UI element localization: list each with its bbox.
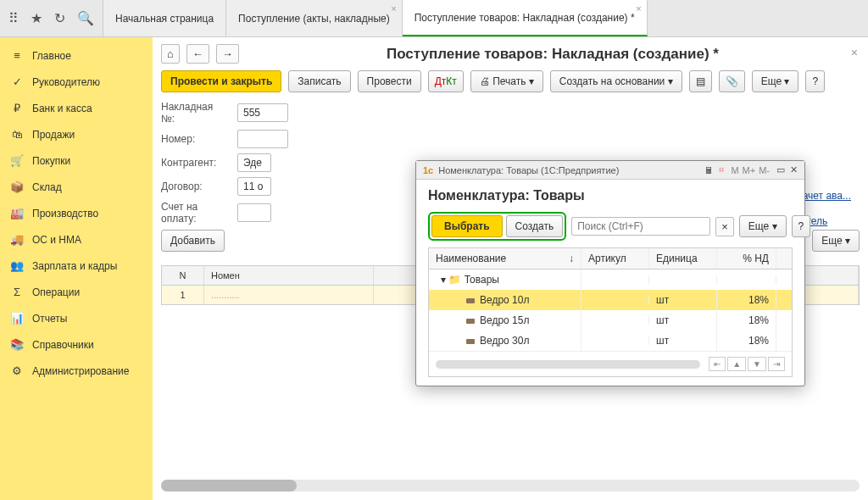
mem-button[interactable]: M bbox=[731, 165, 738, 175]
sidebar-item[interactable]: 🏭Производство bbox=[0, 200, 153, 226]
mem-button[interactable]: M- bbox=[759, 165, 770, 175]
folder-row[interactable]: ▾ 📁 Товары bbox=[429, 269, 792, 290]
sidebar-item[interactable]: ΣОперации bbox=[0, 279, 153, 305]
sidebar-icon: 🛒 bbox=[10, 154, 24, 167]
home-button[interactable]: ⌂ bbox=[161, 44, 180, 64]
star-icon[interactable]: ★ bbox=[31, 10, 42, 26]
number-input[interactable] bbox=[237, 130, 288, 148]
dialog-heading: Номенклатура: Товары bbox=[428, 188, 793, 203]
sidebar-item[interactable]: ≡Главное bbox=[0, 42, 153, 69]
sidebar-item[interactable]: 📊Отчеты bbox=[0, 305, 153, 331]
tab-close-icon[interactable]: × bbox=[636, 3, 641, 14]
list-item[interactable]: Ведро 30лшт18% bbox=[429, 331, 792, 351]
attach-button[interactable]: 📎 bbox=[719, 70, 745, 92]
sidebar-item[interactable]: 🛍Продажи bbox=[0, 121, 153, 147]
sidebar-icon: ≡ bbox=[10, 49, 24, 62]
sidebar-icon: ₽ bbox=[10, 102, 24, 114]
sidebar-item[interactable]: ₽Банк и касса bbox=[0, 95, 153, 121]
help-button[interactable]: ? bbox=[805, 70, 825, 92]
dt-kt-button[interactable]: ДтКт bbox=[428, 70, 464, 92]
nav-up[interactable]: ▲ bbox=[727, 357, 746, 371]
dialog-title: Номенклатура: Товары (1С:Предприятие) bbox=[438, 165, 619, 175]
sheet-button[interactable]: ▤ bbox=[689, 70, 712, 92]
search-input[interactable] bbox=[571, 217, 710, 236]
sidebar-item[interactable]: 🛒Покупки bbox=[0, 147, 153, 174]
post-and-close-button[interactable]: Провести и закрыть bbox=[161, 70, 281, 92]
sidebar-icon: 📊 bbox=[10, 312, 24, 325]
minimize-icon[interactable]: ▭ bbox=[776, 164, 785, 175]
sidebar-item[interactable]: 📦Склад bbox=[0, 174, 153, 200]
invoice-label: Накладная №: bbox=[161, 101, 229, 125]
sidebar-icon: 📚 bbox=[10, 338, 24, 351]
page-title: Поступление товаров: Накладная (создание… bbox=[246, 46, 860, 63]
number-label: Номер: bbox=[161, 133, 229, 145]
sidebar-icon: ✓ bbox=[10, 75, 24, 88]
sidebar-item[interactable]: 🚚ОС и НМА bbox=[0, 226, 153, 253]
nav-down[interactable]: ▼ bbox=[748, 357, 766, 371]
back-button[interactable]: ← bbox=[186, 44, 209, 64]
sidebar-icon: 🏭 bbox=[10, 207, 24, 219]
contragent-label: Контрагент: bbox=[161, 157, 229, 169]
dialog-close-icon[interactable]: ✕ bbox=[790, 164, 798, 175]
select-button[interactable]: Выбрать bbox=[431, 215, 503, 237]
nomenclature-dialog: 1c Номенклатура: Товары (1С:Предприятие)… bbox=[415, 160, 805, 386]
cal-icon[interactable]: ⌗ bbox=[719, 164, 724, 175]
calc-icon[interactable]: 🖩 bbox=[704, 165, 714, 175]
mem-button[interactable]: M+ bbox=[743, 165, 756, 175]
account-label: Счет на оплату: bbox=[161, 201, 229, 225]
account-input[interactable] bbox=[237, 203, 271, 222]
modal-help-button[interactable]: ? bbox=[792, 215, 811, 237]
print-button[interactable]: 🖨 Печать ▾ bbox=[470, 70, 543, 92]
list-item[interactable]: Ведро 10лшт18% bbox=[429, 290, 792, 310]
sidebar-icon: ⚙ bbox=[10, 364, 24, 377]
forward-button[interactable]: → bbox=[216, 44, 239, 64]
tab[interactable]: Начальная страница bbox=[103, 0, 226, 36]
save-button[interactable]: Записать bbox=[288, 70, 350, 92]
create-based-button[interactable]: Создать на основании ▾ bbox=[550, 70, 682, 92]
sidebar-item[interactable]: ⚙Администрирование bbox=[0, 358, 153, 384]
modal-more-button[interactable]: Еще ▾ bbox=[739, 215, 787, 237]
tab[interactable]: Поступление товаров: Накладная (создание… bbox=[403, 0, 648, 36]
tab-close-icon[interactable]: × bbox=[391, 3, 396, 14]
post-button[interactable]: Провести bbox=[358, 70, 421, 92]
contragent-input[interactable] bbox=[237, 153, 271, 172]
tab[interactable]: Поступление (акты, накладные)× bbox=[226, 0, 403, 36]
close-icon[interactable]: × bbox=[851, 46, 858, 59]
add-button[interactable]: Добавить bbox=[161, 230, 225, 252]
apps-icon[interactable]: ⠿ bbox=[8, 10, 19, 26]
sidebar-item[interactable]: ✓Руководителю bbox=[0, 69, 153, 95]
contract-input[interactable] bbox=[237, 177, 271, 196]
sidebar-item[interactable]: 👥Зарплата и кадры bbox=[0, 253, 153, 279]
list-item[interactable]: Ведро 15лшт18% bbox=[429, 310, 792, 331]
history-icon[interactable]: ↻ bbox=[54, 10, 65, 26]
clear-search-button[interactable]: × bbox=[715, 217, 734, 236]
search-icon[interactable]: 🔍 bbox=[77, 10, 94, 26]
1c-icon: 1c bbox=[423, 165, 433, 175]
contract-label: Договор: bbox=[161, 181, 229, 192]
sidebar-item[interactable]: 📚Справочники bbox=[0, 331, 153, 358]
more-button[interactable]: Еще ▾ bbox=[752, 70, 799, 92]
sidebar-icon: 🚚 bbox=[10, 233, 24, 246]
nav-first[interactable]: ⇤ bbox=[709, 357, 726, 371]
sidebar-icon: 🛍 bbox=[10, 128, 24, 141]
create-button[interactable]: Создать bbox=[506, 215, 564, 237]
sidebar-icon: 👥 bbox=[10, 259, 24, 272]
sidebar-icon: Σ bbox=[10, 286, 24, 298]
nav-last[interactable]: ⇥ bbox=[768, 357, 785, 371]
invoice-input[interactable] bbox=[237, 103, 288, 122]
sidebar-icon: 📦 bbox=[10, 181, 24, 193]
